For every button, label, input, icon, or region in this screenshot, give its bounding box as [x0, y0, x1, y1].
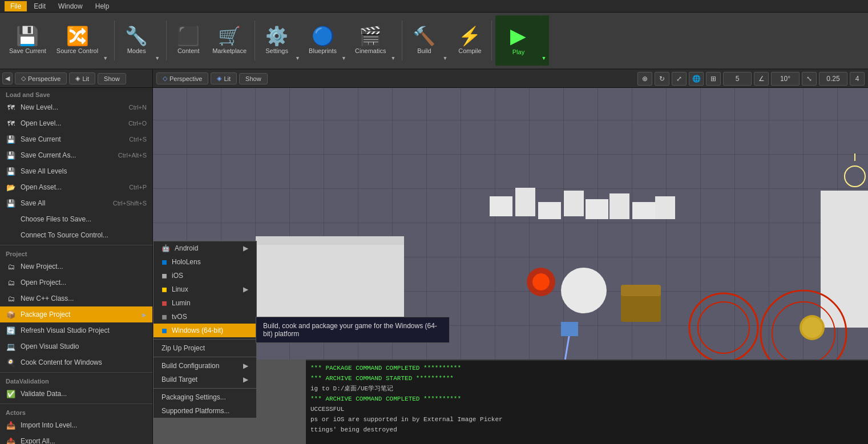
svg-rect-18 — [621, 285, 661, 296]
settings-button[interactable]: ⚙️ Settings — [259, 15, 295, 66]
vp-show-btn[interactable]: Show — [239, 73, 268, 84]
settings-label: Settings — [265, 47, 288, 54]
submenu-sep2 — [154, 357, 256, 357]
blueprints-label: Blueprints — [309, 47, 337, 54]
menu-save-current[interactable]: 💾 Save Current Ctrl+S — [0, 131, 152, 147]
menu-validate-data[interactable]: ✅ Validate Data... — [0, 386, 152, 402]
submenu-hololens[interactable]: ◼ HoloLens — [154, 255, 256, 269]
vp-perspective-label: Perspective — [169, 75, 202, 82]
submenu-tvos[interactable]: ◼ tvOS — [154, 310, 256, 324]
package-project-icon: 📦 — [6, 309, 16, 320]
viewport-back-arrow[interactable]: ◀ — [2, 72, 13, 84]
vp-rotate-tool[interactable]: ↻ — [655, 72, 669, 86]
build-arrow[interactable]: ▼ — [442, 15, 450, 66]
linux-icon: ◼ — [162, 285, 167, 293]
menu-connect-source[interactable]: Connect To Source Control... — [0, 227, 152, 243]
menu-refresh-vs[interactable]: 🔄 Refresh Visual Studio Project — [0, 322, 152, 338]
menu-new-cpp-class[interactable]: 🗂 New C++ Class... — [0, 290, 152, 306]
submenu-windows[interactable]: ◼ Windows (64-bit) — [154, 324, 256, 337]
menu-window[interactable]: Window — [53, 1, 88, 11]
menu-import-level[interactable]: 📥 Import Into Level... — [0, 417, 152, 433]
menu-save-all-levels[interactable]: 💾 Save All Levels — [0, 163, 152, 179]
vp-scale-tool[interactable]: ⤢ — [672, 72, 687, 86]
submenu-packaging-settings[interactable]: Packaging Settings... — [154, 390, 256, 404]
vp-lit-btn[interactable]: ◈ Lit — [211, 72, 237, 84]
modes-arrow[interactable]: ▼ — [155, 15, 163, 66]
marketplace-button[interactable]: 🛒 Marketplace — [208, 15, 251, 66]
toolbar: 💾 Save Current 🔀 Source Control ▼ 🔧 Mode… — [0, 13, 868, 70]
vp-zoom-value[interactable]: 0.25 — [819, 72, 847, 86]
menu-open-vs[interactable]: 💻 Open Visual Studio — [0, 338, 152, 354]
vp-translate-tool[interactable]: ⊕ — [637, 72, 652, 86]
perspective-button[interactable]: ◇ Perspective — [15, 72, 67, 84]
show-button[interactable]: Show — [98, 73, 126, 84]
build-button[interactable]: 🔨 Build — [406, 15, 442, 66]
vp-extra[interactable]: 4 — [850, 72, 865, 86]
content-button[interactable]: ⬛ Content — [170, 15, 207, 66]
menu-choose-files[interactable]: Choose Files to Save... — [0, 211, 152, 227]
menu-cook-windows[interactable]: 🍳 Cook Content for Windows — [0, 354, 152, 370]
lit-button[interactable]: ◈ Lit — [69, 72, 95, 84]
marketplace-icon: 🛒 — [218, 27, 241, 45]
cinematics-button[interactable]: 🎬 Cinematics — [350, 15, 390, 66]
left-menu: ◀ ◇ Perspective ◈ Lit Show Load and Save… — [0, 70, 153, 444]
submenu-android[interactable]: 🤖 Android ▶ — [154, 241, 256, 255]
save-current-button[interactable]: 💾 Save Current — [5, 15, 51, 66]
blueprints-arrow[interactable]: ▼ — [341, 15, 349, 66]
svg-rect-8 — [632, 202, 655, 219]
modes-label: Modes — [127, 47, 146, 54]
toolbar-sep-1 — [114, 21, 115, 60]
vp-grid-tool[interactable]: ⊞ — [706, 72, 721, 86]
vp-angle-value[interactable]: 10° — [771, 72, 800, 86]
play-arrow[interactable]: ▼ — [541, 15, 549, 66]
compile-button[interactable]: ⚡ Compile — [451, 15, 488, 66]
menu-edit[interactable]: Edit — [28, 1, 51, 11]
menu-file[interactable]: File — [5, 1, 27, 11]
viewport-toolbar: ◀ ◇ Perspective ◈ Lit Show — [0, 70, 152, 88]
modes-icon: 🔧 — [125, 27, 148, 45]
play-button[interactable]: ▶ Play — [495, 15, 541, 66]
submenu-zip-project[interactable]: Zip Up Project — [154, 341, 256, 355]
svg-rect-9 — [655, 196, 675, 219]
source-control-button[interactable]: 🔀 Source Control — [52, 15, 103, 66]
submenu-build-target[interactable]: Build Target ▶ — [154, 373, 256, 386]
menu-open-asset[interactable]: 📂 Open Asset... Ctrl+P — [0, 179, 152, 195]
cinematics-arrow[interactable]: ▼ — [390, 15, 398, 66]
submenu-build-config[interactable]: Build Configuration ▶ — [154, 359, 256, 373]
vp-grid-size[interactable]: 5 — [723, 72, 752, 86]
source-control-arrow[interactable]: ▼ — [103, 15, 111, 66]
lit-label: Lit — [82, 75, 89, 82]
log-line-3: ig to D:/桌面/UE学习笔记 — [310, 384, 863, 394]
submenu-lumin[interactable]: ◼ Lumin — [154, 296, 256, 310]
modes-button[interactable]: 🔧 Modes — [118, 15, 155, 66]
menu-save-current-as[interactable]: 💾 Save Current As... Ctrl+Alt+S — [0, 147, 152, 163]
menu-open-project[interactable]: 🗂 Open Project... — [0, 275, 152, 290]
vp-world-tool[interactable]: 🌐 — [689, 72, 704, 86]
svg-point-15 — [532, 273, 550, 290]
submenu-supported-platforms[interactable]: Supported Platforms... — [154, 404, 256, 418]
svg-rect-6 — [586, 199, 608, 219]
toolbar-sep-2 — [166, 21, 167, 60]
blueprints-button[interactable]: 🔵 Blueprints — [304, 15, 341, 66]
menu-open-level[interactable]: 🗺 Open Level... Ctrl+O — [0, 115, 152, 131]
menu-sep-1 — [0, 245, 152, 245]
settings-arrow[interactable]: ▼ — [295, 15, 303, 66]
menu-package-project[interactable]: 📦 Package Project ▶ — [0, 306, 152, 322]
cinematics-icon: 🎬 — [359, 27, 382, 45]
vp-zoom-icon[interactable]: ⤡ — [802, 72, 817, 86]
menu-save-all[interactable]: 💾 Save All Ctrl+Shift+S — [0, 195, 152, 211]
top-menubar: File Edit Window Help — [0, 0, 868, 13]
submenu-ios[interactable]: ◼ iOS — [154, 269, 256, 282]
settings-icon: ⚙️ — [265, 27, 288, 45]
menu-new-project[interactable]: 🗂 New Project... — [0, 259, 152, 275]
vp-perspective-btn[interactable]: ◇ Perspective — [156, 72, 208, 84]
vp-angle-icon[interactable]: ∠ — [754, 72, 769, 86]
save-icon: 💾 — [16, 27, 39, 45]
build-label: Build — [417, 47, 431, 54]
svg-point-19 — [689, 293, 758, 362]
menu-export-all[interactable]: 📤 Export All... — [0, 433, 152, 444]
submenu-linux[interactable]: ◼ Linux ▶ — [154, 282, 256, 296]
menu-new-level[interactable]: 🗺 New Level... Ctrl+N — [0, 99, 152, 115]
menu-help[interactable]: Help — [90, 1, 115, 11]
menu-sep-3 — [0, 403, 152, 404]
